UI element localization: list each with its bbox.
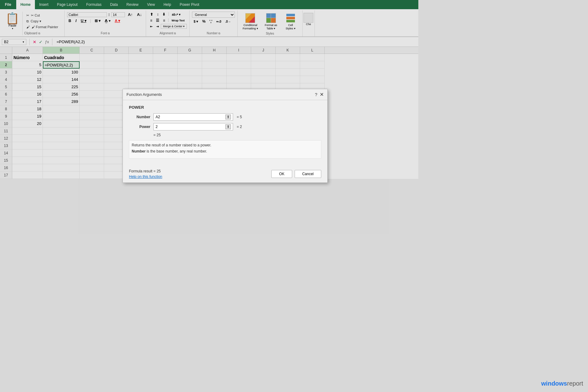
equation-result-row: = 25 (153, 133, 321, 137)
number-arg-value: A2 (156, 115, 160, 119)
power-arg-row: Power 2 ⬆ = 2 (129, 123, 321, 130)
description-bold-word: Number (132, 149, 145, 153)
dialog-body: POWER Number A2 ⬆ = 5 Power 2 (123, 100, 327, 167)
number-arg-row: Number A2 ⬆ = 5 (129, 113, 321, 121)
dialog-title: Function Arguments (126, 92, 162, 97)
power-arg-input-wrap: 2 ⬆ = 2 (153, 123, 321, 130)
dialog-help-icon[interactable]: ? (315, 92, 317, 97)
number-arg-input-wrap: A2 ⬆ = 5 (153, 113, 321, 121)
formula-result-label: Formula result = (129, 169, 156, 173)
function-arguments-dialog: Function Arguments ? ✕ POWER Number A2 ⬆… (123, 89, 328, 183)
function-name: POWER (129, 105, 321, 110)
formula-result-text: Formula result = 25 (129, 169, 162, 173)
power-arg-label: Power (129, 125, 150, 129)
ok-button[interactable]: OK (271, 170, 292, 178)
dialog-titlebar: Function Arguments ? ✕ (123, 89, 327, 100)
number-arg-result: = 5 (237, 115, 242, 119)
formula-result-value: 25 (156, 169, 160, 173)
description-area: Returns the result of a number raised to… (129, 140, 321, 159)
cancel-button[interactable]: Cancel (295, 170, 321, 178)
power-arg-input[interactable]: 2 ⬆ (153, 123, 233, 130)
description-detail-text: is the base number, any real number. (147, 149, 207, 153)
footer-left: Formula result = 25 Help on this functio… (129, 169, 162, 179)
help-link[interactable]: Help on this function (129, 175, 162, 179)
description-detail: Number is the base number, any real numb… (132, 149, 318, 153)
power-arg-value: 2 (156, 125, 158, 129)
equation-result: = 25 (153, 133, 161, 137)
description-text: Returns the result of a number raised to… (132, 143, 318, 147)
number-arg-input[interactable]: A2 ⬆ (153, 113, 233, 121)
dialog-controls: ? ✕ (315, 92, 324, 97)
dialog-buttons: OK Cancel (271, 170, 321, 178)
dialog-footer: Formula result = 25 Help on this functio… (123, 167, 327, 183)
number-collapse-button[interactable]: ⬆ (225, 115, 231, 119)
power-collapse-button[interactable]: ⬆ (225, 124, 231, 129)
number-arg-label: Number (129, 115, 150, 119)
modal-overlay: Function Arguments ? ✕ POWER Number A2 ⬆… (0, 0, 418, 270)
dialog-close-icon[interactable]: ✕ (320, 92, 324, 97)
power-arg-result: = 2 (237, 125, 242, 129)
